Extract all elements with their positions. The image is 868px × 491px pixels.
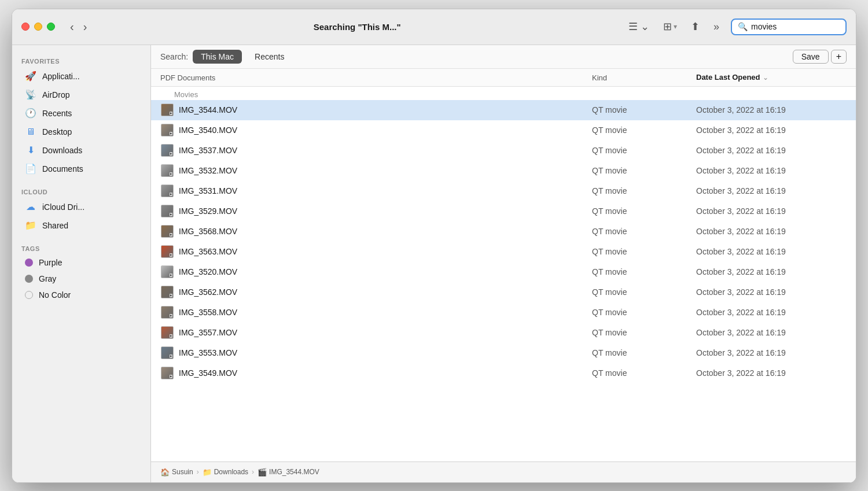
table-row[interactable]: ▶ IMG_3549.MOV QT movie October 3, 2022 … (151, 363, 856, 383)
sidebar-item-airdrop[interactable]: 📡 AirDrop (16, 86, 147, 104)
back-button[interactable]: ‹ (67, 19, 78, 35)
desktop-icon: 🖥 (25, 126, 36, 138)
maximize-button[interactable] (47, 23, 55, 31)
file-kind: QT movie (592, 287, 696, 297)
icloud-drive-icon: ☁ (25, 201, 36, 213)
grid-chevron-icon: ▾ (674, 23, 677, 31)
table-row[interactable]: ▶ IMG_3540.MOV QT movie October 3, 2022 … (151, 120, 856, 141)
file-date: October 3, 2022 at 16:19 (696, 368, 847, 378)
file-kind: QT movie (592, 328, 696, 337)
file-icon-thumb: ▶ (160, 305, 174, 319)
file-icon-thumb: ▶ (160, 224, 174, 238)
file-kind: QT movie (592, 308, 696, 317)
table-row[interactable]: ▶ IMG_3553.MOV QT movie October 3, 2022 … (151, 343, 856, 363)
recents-icon: 🕐 (25, 108, 36, 119)
table-row[interactable]: ▶ IMG_3558.MOV QT movie October 3, 2022 … (151, 302, 856, 323)
file-name: IMG_3553.MOV (179, 348, 592, 357)
close-button[interactable] (21, 23, 30, 31)
user-icon: 🏠 (160, 468, 170, 477)
file-date: October 3, 2022 at 16:19 (696, 267, 847, 276)
table-row[interactable]: ▶ IMG_3563.MOV QT movie October 3, 2022 … (151, 242, 856, 262)
table-row[interactable]: ▶ IMG_3562.MOV QT movie October 3, 2022 … (151, 282, 856, 302)
sidebar-item-label: Purple (39, 258, 62, 267)
search-scope-bar: Search: This Mac Recents Save + (151, 45, 856, 69)
search-input[interactable] (751, 22, 852, 31)
file-kind: QT movie (592, 105, 696, 115)
file-name: IMG_3531.MOV (179, 186, 592, 195)
column-header-kind: Kind (592, 73, 607, 82)
file-name: IMG_3563.MOV (179, 247, 592, 256)
downloads-folder-icon: 📁 (203, 468, 212, 477)
grid-view-button[interactable]: ⊞ ▾ (659, 18, 682, 35)
sidebar-item-recents[interactable]: 🕐 Recents (16, 104, 147, 123)
file-date: October 3, 2022 at 16:19 (696, 125, 847, 135)
forward-button[interactable]: › (80, 19, 91, 35)
date-sort-icon[interactable]: ⌄ (763, 73, 768, 82)
more-button[interactable]: » (709, 19, 724, 35)
grid-icon: ⊞ (663, 20, 672, 33)
file-icon-thumb: ▶ (160, 285, 174, 299)
scope-this-mac-button[interactable]: This Mac (193, 50, 242, 64)
file-date: October 3, 2022 at 16:19 (696, 186, 847, 195)
sidebar-item-applications[interactable]: 🚀 Applicati... (16, 67, 147, 86)
file-kind: QT movie (592, 247, 696, 256)
table-row[interactable]: ▶ IMG_3537.MOV QT movie October 3, 2022 … (151, 141, 856, 161)
file-kind: QT movie (592, 368, 696, 378)
sidebar-section-favorites: Favorites (12, 52, 150, 67)
main-layout: Favorites 🚀 Applicati... 📡 AirDrop 🕐 Rec… (12, 45, 856, 482)
table-row[interactable]: ▶ IMG_3531.MOV QT movie October 3, 2022 … (151, 181, 856, 201)
column-header-date: Date Last Opened (696, 73, 760, 82)
list-view-button[interactable]: ☰ ⌄ (624, 18, 654, 35)
sidebar-item-label: AirDrop (42, 90, 69, 99)
table-row[interactable]: ▶ IMG_3568.MOV QT movie October 3, 2022 … (151, 221, 856, 242)
applications-icon: 🚀 (25, 71, 36, 82)
sidebar-item-downloads[interactable]: ⬇ Downloads (16, 141, 147, 160)
sidebar-item-no-color[interactable]: No Color (16, 287, 147, 303)
save-button[interactable]: Save (793, 50, 829, 64)
breadcrumb-user: Susuin (172, 468, 193, 476)
file-name: IMG_3557.MOV (179, 328, 592, 337)
file-date: October 3, 2022 at 16:19 (696, 105, 847, 115)
sidebar-item-label: Shared (42, 221, 68, 230)
file-kind: QT movie (592, 166, 696, 175)
minimize-button[interactable] (34, 23, 42, 31)
sidebar-item-gray[interactable]: Gray (16, 271, 147, 287)
file-date: October 3, 2022 at 16:19 (696, 206, 847, 216)
file-kind: QT movie (592, 227, 696, 236)
file-date: October 3, 2022 at 16:19 (696, 227, 847, 236)
table-row[interactable]: ▶ IMG_3532.MOV QT movie October 3, 2022 … (151, 161, 856, 181)
scope-recents-button[interactable]: Recents (247, 50, 292, 64)
sidebar-item-icloud-drive[interactable]: ☁ iCloud Dri... (16, 198, 147, 216)
breadcrumb-folder: Downloads (214, 468, 248, 476)
sidebar-item-purple[interactable]: Purple (16, 254, 147, 271)
file-date: October 3, 2022 at 16:19 (696, 348, 847, 357)
file-date: October 3, 2022 at 16:19 (696, 166, 847, 175)
sidebar-item-shared[interactable]: 📁 Shared (16, 216, 147, 235)
documents-icon: 📄 (25, 163, 36, 175)
file-name: IMG_3568.MOV (179, 227, 592, 236)
file-date: October 3, 2022 at 16:19 (696, 287, 847, 297)
add-criteria-button[interactable]: + (831, 50, 847, 64)
file-kind: QT movie (592, 267, 696, 276)
file-date: October 3, 2022 at 16:19 (696, 247, 847, 256)
sidebar-item-label: Recents (42, 109, 72, 118)
search-clear-button[interactable]: ✕ (856, 22, 856, 32)
file-date: October 3, 2022 at 16:19 (696, 146, 847, 155)
table-row[interactable]: ▶ IMG_3520.MOV QT movie October 3, 2022 … (151, 262, 856, 282)
file-name: IMG_3529.MOV (179, 206, 592, 216)
sidebar-item-documents[interactable]: 📄 Documents (16, 160, 147, 178)
statusbar: 🏠 Susuin › 📁 Downloads › 🎬 IMG_3544.MOV (151, 462, 856, 482)
sidebar-item-desktop[interactable]: 🖥 Desktop (16, 123, 147, 141)
table-row[interactable]: ▶ IMG_3529.MOV QT movie October 3, 2022 … (151, 201, 856, 221)
toolbar-icons: ☰ ⌄ ⊞ ▾ ⬆ » (624, 18, 724, 35)
airdrop-icon: 📡 (25, 89, 36, 101)
sidebar-item-label: Downloads (42, 146, 82, 155)
table-row[interactable]: ▶ IMG_3557.MOV QT movie October 3, 2022 … (151, 323, 856, 343)
share-button[interactable]: ⬆ (686, 18, 704, 35)
sidebar-section-icloud: iCloud (12, 183, 150, 198)
sidebar-item-label: No Color (39, 290, 71, 300)
shared-icon: 📁 (25, 220, 36, 231)
table-row[interactable]: ▶ IMG_3544.MOV QT movie October 3, 2022 … (151, 100, 856, 120)
file-list: Movies ▶ IMG_3544.MOV QT movie October 3… (151, 87, 856, 462)
sidebar: Favorites 🚀 Applicati... 📡 AirDrop 🕐 Rec… (12, 45, 151, 482)
